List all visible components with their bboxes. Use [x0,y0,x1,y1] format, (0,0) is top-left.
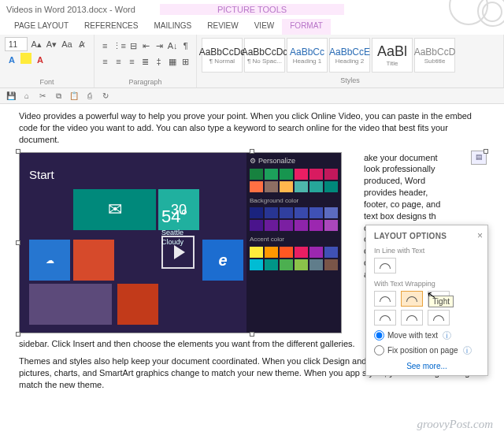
qat-redo-icon[interactable]: ↻ [99,90,112,102]
decorative-circles [449,0,504,35]
style-normal[interactable]: AaBbCcDc¶ Normal [202,38,243,73]
contextual-tab-title: PICTURE TOOLS [160,4,345,15]
inserted-video[interactable]: Start ✉ 30 ☁ 54° Seattle Cloudy e ⚙Perso… [19,152,342,333]
section-inline: In Line with Text [374,247,480,255]
ribbon: 11 A▴ A▾ Aa A̷ A A Font ≡ ⋮≡ ⊟ ⇤ ⇥ A↓ ¶ [0,35,504,88]
info-icon[interactable]: i [443,331,451,340]
wrap-behind[interactable] [401,310,423,326]
qat-save-icon[interactable]: 💾 [5,90,17,102]
paragraph-group-label: Paragraph [99,78,191,86]
radio-fix-position[interactable] [374,345,384,355]
style-heading1[interactable]: AaBbCcHeading 1 [287,38,328,73]
tab-references[interactable]: REFERENCES [76,19,146,35]
info-icon-2[interactable]: i [463,346,472,355]
numbering-icon[interactable]: ⋮≡ [113,39,126,53]
styles-group-label: Styles [202,76,498,84]
tile-skydrive: ☁ [29,240,70,281]
bullets-icon[interactable]: ≡ [99,39,111,53]
ribbon-group-paragraph: ≡ ⋮≡ ⊟ ⇤ ⇥ A↓ ¶ ≡ ≡ ≡ ≣ ‡ ▦ ⊞ Paragraph [94,35,197,87]
ribbon-group-styles: AaBbCcDc¶ Normal AaBbCcDc¶ No Spac... Aa… [197,35,504,87]
ribbon-group-font: 11 A▴ A▾ Aa A̷ A A Font [0,35,94,87]
section-wrapping: With Text Wrapping [374,280,480,288]
tile-news [117,284,158,325]
wrap-inline[interactable] [374,258,396,273]
layout-title: LAYOUT OPTIONS [374,232,480,240]
multilevel-icon[interactable]: ⊟ [128,39,139,53]
text-effects-icon[interactable]: A [5,53,19,67]
gear-icon: ⚙ [250,156,256,166]
qat-cut-icon[interactable]: ✂ [36,90,49,102]
quick-access-toolbar: 💾 ⌂ ✂ ⧉ 📋 ⎙ ↻ [0,88,504,104]
highlight-icon[interactable] [20,53,32,64]
clear-format-icon[interactable]: A̷ [76,37,89,51]
tile-desktop [29,284,112,325]
borders-icon[interactable]: ⊞ [180,54,191,69]
layout-options-icon: ▤ [476,152,483,162]
indent-left-icon[interactable]: ⇤ [141,39,153,53]
tab-review[interactable]: REVIEW [199,19,246,35]
close-icon[interactable]: × [477,230,483,241]
start-label: Start [29,167,54,183]
layout-options-button[interactable]: ▤ [471,151,487,165]
shrink-font-icon[interactable]: A▾ [45,37,58,51]
wrap-topbottom[interactable] [374,310,396,326]
qat-copy-icon[interactable]: ⧉ [52,90,65,102]
see-more-link[interactable]: See more... [374,362,480,370]
align-left-icon[interactable]: ≡ [99,54,111,69]
align-center-icon[interactable]: ≡ [113,54,124,69]
tab-format[interactable]: FORMAT [282,19,330,35]
font-color-icon[interactable]: A [33,53,47,67]
qat-print-icon[interactable]: ⎙ [83,90,96,102]
tile-people [73,240,114,281]
tab-view[interactable]: VIEW [246,19,283,35]
grow-font-icon[interactable]: A▴ [29,37,43,51]
personalize-panel: ⚙Personalize Background color Accent col… [246,153,341,333]
indent-right-icon[interactable]: ⇥ [154,39,165,53]
radio-move-with-text[interactable] [374,330,384,340]
color-swatches [250,169,338,192]
qat-paste-icon[interactable]: 📋 [68,90,80,102]
style-title[interactable]: AaBlTitle [372,38,413,73]
label-fix: Fix position on page [387,346,458,355]
change-case-icon[interactable]: Aa [60,37,73,51]
cursor-icon: ↖ [426,288,438,302]
tile-mail: ✉ [73,189,156,230]
paragraph-1[interactable]: Video provides a powerful way to help yo… [19,110,485,146]
align-right-icon[interactable]: ≡ [126,54,138,69]
layout-options-popup: × LAYOUT OPTIONS In Line with Text With … [365,225,488,376]
ribbon-tabs: PAGE LAYOUT REFERENCES MAILINGS REVIEW V… [0,19,504,35]
sort-icon[interactable]: A↓ [167,39,179,53]
shading-icon[interactable]: ▦ [166,54,178,69]
wrap-tight[interactable] [401,291,423,307]
line-spacing-icon[interactable]: ‡ [153,54,165,69]
style-subtitle[interactable]: AaBbCcDSubtitle [414,38,455,73]
label-move: Move with text [387,331,438,340]
wrap-square[interactable] [374,291,396,307]
tile-ie: e [202,240,243,281]
wrap-front[interactable] [428,310,450,326]
tab-mailings[interactable]: MAILINGS [146,19,199,35]
play-icon[interactable] [161,236,195,269]
qat-home-icon[interactable]: ⌂ [20,90,33,102]
style-heading2[interactable]: AaBbCcEHeading 2 [329,38,370,73]
window-title: Videos in Word 2013.docx - Word [6,5,160,14]
show-marks-icon[interactable]: ¶ [180,39,191,53]
watermark: groovyPost.com [417,418,493,431]
font-group-label: Font [5,78,89,86]
justify-icon[interactable]: ≣ [139,54,151,69]
style-no-spacing[interactable]: AaBbCcDc¶ No Spac... [244,38,285,73]
tab-page-layout[interactable]: PAGE LAYOUT [6,19,76,35]
font-size-select[interactable]: 11 [5,37,28,51]
